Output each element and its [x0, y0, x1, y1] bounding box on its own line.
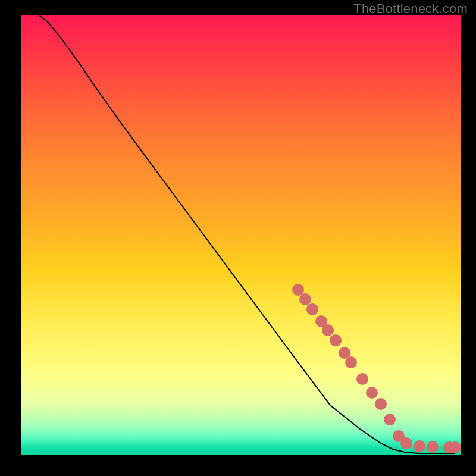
marker-dot: [414, 440, 425, 452]
marker-dot: [443, 441, 455, 453]
marker-dot: [339, 347, 350, 359]
marker-dot: [393, 430, 405, 442]
marker-dot: [315, 315, 327, 327]
marker-dot: [400, 437, 412, 449]
chart-svg: [21, 15, 461, 455]
watermark-text: TheBottleneck.com: [353, 1, 468, 17]
marker-dot: [292, 284, 304, 296]
marker-dot: [306, 303, 318, 315]
marker-dot: [384, 414, 396, 425]
curve-line: [39, 15, 455, 453]
marker-dots: [292, 284, 461, 453]
chart-frame: TheBottleneck.com: [0, 0, 476, 476]
marker-dot: [330, 334, 342, 346]
marker-dot: [322, 324, 334, 336]
marker-dot: [299, 293, 311, 305]
marker-dot: [356, 373, 368, 385]
plot-area: [21, 15, 461, 455]
marker-dot: [345, 356, 357, 368]
marker-dot: [366, 387, 378, 399]
marker-dot: [375, 398, 387, 410]
main-curve: [39, 15, 455, 453]
marker-dot: [427, 441, 439, 453]
marker-dot: [449, 441, 461, 453]
